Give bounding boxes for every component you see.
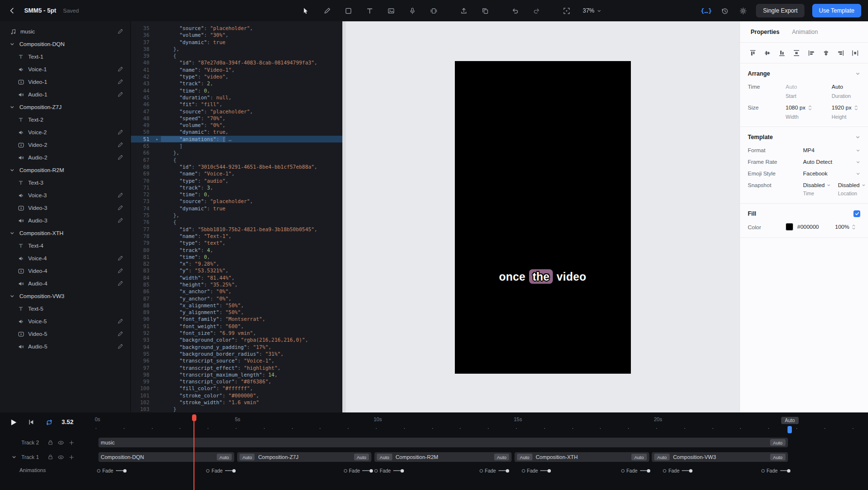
distribute-horizontal-icon[interactable] [852,49,859,57]
fade-start-handle[interactable] [97,469,100,473]
fade-animation[interactable]: Fade [480,467,509,474]
align-right-icon[interactable] [837,49,845,57]
color-hex-input[interactable]: #000000 [797,224,835,230]
chevron-down-icon[interactable] [11,454,17,460]
align-middle-vertical-icon[interactable] [763,49,771,57]
auto-chip[interactable]: Auto [517,454,532,460]
microphone-tool-icon[interactable] [407,5,418,16]
code-line-47[interactable]: 47 "source": "placeholder", [131,108,346,115]
emoji-style-select[interactable]: Facebook [803,171,856,176]
auto-chip[interactable]: Auto [770,454,786,460]
panel-divider[interactable] [342,21,346,412]
layer-item-voice-5[interactable]: Voice-5 [0,315,130,328]
fade-animation[interactable]: Fade [761,467,791,474]
auto-chip[interactable]: Auto [377,454,392,460]
folded-code-ellipsis[interactable]: … [225,136,235,142]
fade-start-handle[interactable] [344,469,347,473]
code-line-45[interactable]: 45 "duration": null, [131,94,346,101]
layer-item-voice-3[interactable]: Voice-3 [0,189,130,202]
code-line-97[interactable]: 97 "transcript_effect": "highlight", [131,364,346,371]
fade-animation[interactable]: Fade [206,467,236,474]
layer-item-audio-3[interactable]: Audio-3 [0,214,130,227]
fade-end-handle[interactable] [647,469,650,473]
duplicate-icon[interactable] [480,5,491,16]
history-icon[interactable] [719,5,730,16]
code-editor[interactable]: 35 "source": "placeholder",36 "volume": … [131,21,346,412]
single-export-button[interactable]: Single Export [756,4,804,17]
fade-start-handle[interactable] [621,469,625,473]
code-line-87[interactable]: 87 "y_anchor": "0%", [131,295,346,302]
code-line-43[interactable]: 43 "track": 2, [131,80,346,87]
code-line-88[interactable]: 88 "x_alignment": "50%", [131,302,346,309]
auto-chip[interactable]: Auto [494,454,510,460]
edit-pencil-icon[interactable] [117,344,124,350]
code-line-85[interactable]: 85 "height": "35.25%", [131,281,346,288]
timeline-bar-composition-xth[interactable]: AutoComposition-XTHAuto [514,452,649,462]
fade-animation[interactable]: Fade [344,467,373,474]
code-line-86[interactable]: 86 "x_anchor": "0%", [131,288,346,295]
fade-start-handle[interactable] [761,469,765,473]
code-line-91[interactable]: 91 "font_weight": "600", [131,323,346,330]
auto-chip[interactable]: Auto [240,454,255,460]
code-line-93[interactable]: 93 "background_color": "rgba(216,216,216… [131,336,346,343]
width-input[interactable]: 1080 px [786,104,832,111]
layer-item-video-3[interactable]: Video-3 [0,202,130,214]
height-input[interactable]: 1920 px [832,104,868,111]
code-view-toggle-icon[interactable]: {…} [701,5,711,16]
code-line-98[interactable]: 98 "transcript_maximum_length": 14, [131,371,346,378]
settings-gear-icon[interactable] [738,5,748,16]
code-line-82[interactable]: 82 "x": "9.28%", [131,260,346,267]
edit-pencil-icon[interactable] [117,192,124,199]
chevron-down-icon[interactable] [9,293,16,300]
cursor-tool-icon[interactable] [301,5,311,16]
fade-end-handle[interactable] [401,469,404,473]
code-line-76[interactable]: 76 { [131,219,346,225]
fit-screen-icon[interactable] [562,5,572,16]
text-tool-icon[interactable] [365,5,375,16]
chevron-down-icon[interactable] [855,71,860,76]
caption-text[interactable]: once the video [499,270,586,284]
code-line-48[interactable]: 48 "speed": "70%", [131,115,346,122]
code-line-100[interactable]: 100 "fill_color": "#ffffff", [131,385,346,392]
layer-item-video-5[interactable]: Video-5 [0,328,130,340]
fade-start-handle[interactable] [663,469,666,473]
align-top-icon[interactable] [749,49,756,57]
pen-tool-icon[interactable] [322,5,333,16]
layer-group-composition-r2m[interactable]: Composition-R2M [0,164,130,176]
fade-animation[interactable]: Fade [663,467,692,474]
fade-end-handle[interactable] [123,469,127,473]
stepper-icon[interactable] [852,224,855,230]
chevron-down-icon[interactable] [856,159,860,164]
skip-to-start-icon[interactable] [26,417,36,427]
auto-chip[interactable]: Auto [631,454,647,460]
zoom-control[interactable]: 37% [583,7,601,14]
code-line-80[interactable]: 80 "track": 4, [131,247,346,253]
fade-animation[interactable]: Fade [97,467,127,474]
align-left-icon[interactable] [807,49,815,57]
color-swatch[interactable] [786,223,793,231]
opacity-input[interactable]: 100% [835,224,849,230]
fade-start-handle[interactable] [206,469,209,473]
code-line-35[interactable]: 35 "source": "placeholder", [131,25,346,32]
fade-start-handle[interactable] [522,469,525,473]
code-line-89[interactable]: 89 "y_alignment": "50%", [131,309,346,316]
edit-pencil-icon[interactable] [117,268,124,274]
code-line-66[interactable]: 66 }, [131,149,346,156]
layer-item-video-2[interactable]: Video-2 [0,139,130,151]
project-title[interactable]: SMM5 - 5pt [24,7,56,14]
edit-pencil-icon[interactable] [117,155,124,161]
code-line-79[interactable]: 79 "type": "text", [131,239,346,246]
fill-checkbox[interactable] [853,210,860,217]
chevron-down-icon[interactable] [9,104,16,111]
code-line-96[interactable]: 96 "transcript_source": "Voice-1", [131,357,346,364]
video-preview[interactable]: once the video [455,61,631,374]
code-line-92[interactable]: 92 "font_size": "6.99 vmin", [131,330,346,336]
fade-end-handle[interactable] [232,469,236,473]
chevron-down-icon[interactable] [856,171,860,176]
eye-icon[interactable] [58,440,64,446]
code-line-41[interactable]: 41 "name": "Video-1", [131,66,346,73]
redo-icon[interactable] [531,5,542,16]
layer-item-video-1[interactable]: Video-1 [0,76,130,88]
fold-chevron-icon[interactable]: ▸ [153,136,161,142]
fade-animation[interactable]: Fade [621,467,651,474]
